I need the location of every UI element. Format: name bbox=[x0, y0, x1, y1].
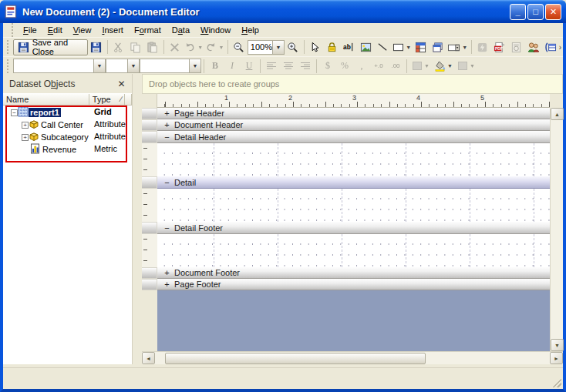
grid-design-surface[interactable] bbox=[157, 189, 550, 222]
section-band-detail-footer[interactable]: −Detail Footer bbox=[142, 222, 550, 234]
scroll-left-icon[interactable]: ◄ bbox=[142, 352, 155, 364]
cut-button[interactable] bbox=[110, 39, 127, 55]
document-canvas[interactable]: +Page Header+Document Header−Detail Head… bbox=[142, 108, 550, 351]
select-tool-button[interactable] bbox=[307, 39, 324, 55]
decrease-decimal-button[interactable]: .00 bbox=[387, 58, 404, 74]
section-margin-box[interactable] bbox=[142, 267, 157, 279]
font-size-combo[interactable]: ▼ bbox=[106, 59, 140, 73]
save-and-close-button[interactable]: Save and Close bbox=[13, 39, 88, 55]
section-band-page-header[interactable]: +Page Header bbox=[142, 108, 550, 119]
tree-row-subcategory[interactable]: +SubcategoryAttribute bbox=[3, 131, 132, 143]
insert-line-button[interactable] bbox=[375, 39, 392, 55]
chevron-down-icon[interactable]: ▼ bbox=[189, 59, 200, 72]
titlebar[interactable]: New Document (2) - Document Editor _ □ ✕ bbox=[0, 0, 566, 23]
align-left-button[interactable] bbox=[263, 58, 280, 74]
menu-help[interactable]: Help bbox=[236, 24, 264, 36]
undo-button[interactable]: ▼ bbox=[184, 39, 204, 55]
section-band-page-footer[interactable]: +Page Footer bbox=[142, 279, 550, 290]
expand-plus-icon[interactable]: + bbox=[22, 122, 29, 129]
expand-plus-icon[interactable]: + bbox=[163, 268, 170, 277]
expand-plus-icon[interactable]: + bbox=[163, 280, 170, 289]
horizontal-scroll-thumb[interactable] bbox=[165, 353, 426, 364]
comma-style-button[interactable]: , bbox=[353, 58, 370, 74]
toolbar-overflow-icon[interactable]: › bbox=[559, 43, 561, 52]
align-right-button[interactable] bbox=[297, 58, 314, 74]
currency-style-button[interactable]: $ bbox=[319, 58, 336, 74]
italic-button[interactable]: I bbox=[224, 58, 241, 74]
resize-grip-icon[interactable] bbox=[551, 377, 561, 387]
scroll-up-icon[interactable]: ▲ bbox=[551, 108, 564, 120]
menu-insert[interactable]: Insert bbox=[96, 24, 129, 36]
section-margin-box[interactable] bbox=[142, 222, 157, 234]
section-band-bar[interactable]: +Document Footer bbox=[157, 267, 550, 279]
insert-shape-button[interactable]: ▼ bbox=[392, 39, 413, 55]
style-combo[interactable]: ▼ bbox=[140, 59, 201, 73]
section-band-bar[interactable]: +Document Header bbox=[157, 119, 550, 131]
export-pdf-button[interactable]: PDF bbox=[491, 39, 508, 55]
delete-button[interactable] bbox=[167, 39, 184, 55]
border-color-button[interactable]: ▼ bbox=[409, 58, 432, 74]
vertical-scrollbar[interactable]: ▲ ▼ bbox=[550, 108, 563, 351]
underline-button[interactable]: U bbox=[241, 58, 258, 74]
chevron-down-icon[interactable]: ▼ bbox=[462, 45, 467, 50]
section-band-bar[interactable]: −Detail Header bbox=[157, 131, 550, 143]
chevron-down-icon[interactable]: ▼ bbox=[127, 59, 139, 72]
zoom-out-button[interactable] bbox=[231, 39, 248, 55]
chevron-down-icon[interactable]: ▼ bbox=[197, 45, 203, 50]
section-band-bar[interactable]: +Page Header bbox=[157, 108, 550, 119]
section-grid-area[interactable] bbox=[142, 234, 550, 267]
menu-view[interactable]: View bbox=[68, 24, 97, 36]
insert-text-button[interactable]: ab bbox=[341, 39, 358, 55]
chevron-down-icon[interactable]: ▼ bbox=[447, 63, 453, 69]
menu-window[interactable]: Window bbox=[195, 24, 236, 36]
datasets-button[interactable] bbox=[542, 39, 559, 55]
tree-row-revenue[interactable]: RevenueMetric bbox=[3, 143, 132, 156]
section-band-detail-header[interactable]: −Detail Header bbox=[142, 131, 550, 143]
section-band-bar[interactable]: +Page Footer bbox=[157, 279, 550, 290]
section-margin-box[interactable] bbox=[142, 119, 157, 131]
scroll-right-icon[interactable]: ► bbox=[550, 352, 563, 364]
section-margin-box[interactable] bbox=[142, 108, 157, 119]
scroll-down-icon[interactable]: ▼ bbox=[551, 339, 564, 351]
menu-edit[interactable]: Edit bbox=[42, 24, 68, 36]
section-grid-area[interactable] bbox=[142, 143, 550, 176]
zoom-in-button[interactable] bbox=[285, 39, 302, 55]
collapse-minus-icon[interactable]: − bbox=[163, 132, 170, 142]
section-margin-box[interactable] bbox=[142, 279, 157, 290]
minimize-button[interactable]: _ bbox=[510, 4, 526, 20]
section-band-document-header[interactable]: +Document Header bbox=[142, 119, 550, 131]
section-band-detail[interactable]: −Detail bbox=[142, 176, 550, 189]
save-button[interactable] bbox=[88, 39, 105, 55]
section-grid-area[interactable] bbox=[142, 189, 550, 222]
column-header-type[interactable]: Type ∕ bbox=[89, 94, 125, 106]
toolbar-gripper[interactable] bbox=[7, 59, 11, 73]
collapse-minus-icon[interactable]: − bbox=[11, 109, 18, 116]
font-name-combo[interactable]: ▼ bbox=[13, 59, 106, 73]
section-band-bar[interactable]: −Detail Footer bbox=[157, 222, 550, 234]
expand-plus-icon[interactable]: + bbox=[163, 120, 170, 129]
section-margin-box[interactable] bbox=[142, 176, 157, 189]
section-margin-box[interactable] bbox=[142, 131, 157, 143]
flash-export-button[interactable] bbox=[474, 39, 491, 55]
expand-plus-icon[interactable]: + bbox=[22, 134, 29, 141]
chevron-down-icon[interactable]: ▼ bbox=[406, 45, 411, 50]
close-button[interactable]: ✕ bbox=[545, 4, 561, 20]
menu-data[interactable]: Data bbox=[167, 24, 195, 36]
maximize-button[interactable]: □ bbox=[527, 4, 544, 20]
insert-image-button[interactable] bbox=[358, 39, 375, 55]
tree-row-report1[interactable]: −report1Grid bbox=[3, 106, 132, 119]
redo-button[interactable]: ▼ bbox=[204, 39, 225, 55]
insert-panel-stack-button[interactable] bbox=[430, 39, 446, 55]
tree-row-call-center[interactable]: +Call CenterAttribute bbox=[3, 119, 132, 131]
expand-plus-icon[interactable]: + bbox=[163, 109, 170, 118]
contacts-button[interactable] bbox=[525, 39, 542, 55]
print-preview-button[interactable] bbox=[508, 39, 525, 55]
increase-decimal-button[interactable]: +.0 bbox=[370, 58, 387, 74]
chevron-down-icon[interactable]: ▼ bbox=[218, 45, 224, 50]
collapse-minus-icon[interactable]: − bbox=[163, 223, 170, 233]
insert-selector-button[interactable]: ▼ bbox=[446, 39, 469, 55]
align-center-button[interactable] bbox=[280, 58, 297, 74]
zoom-level-combo[interactable]: 100%▼ bbox=[248, 40, 285, 55]
panel-splitter[interactable] bbox=[133, 74, 142, 364]
section-band-bar[interactable]: −Detail bbox=[157, 176, 550, 189]
